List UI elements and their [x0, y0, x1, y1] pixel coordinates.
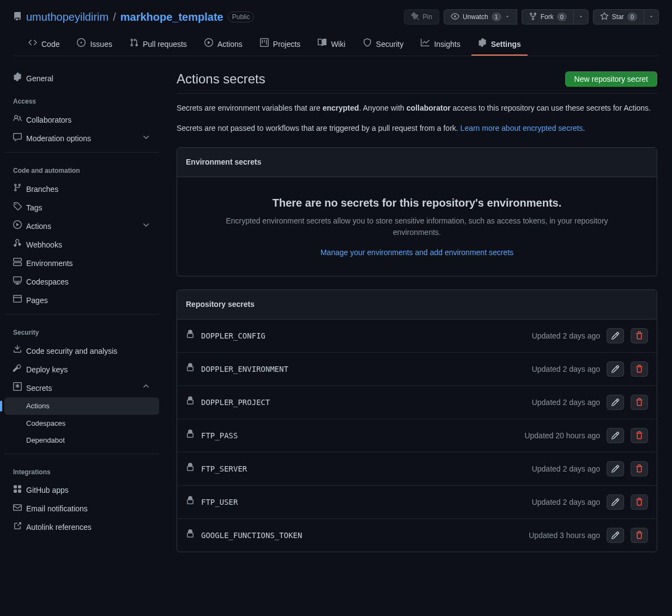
- tab-security[interactable]: Security: [356, 34, 410, 56]
- tab-wiki[interactable]: Wiki: [311, 34, 352, 56]
- sidebar-item-secrets-codespaces[interactable]: Codespaces: [4, 415, 159, 432]
- play-icon: [13, 220, 22, 232]
- delete-secret-button[interactable]: [631, 428, 648, 443]
- sidebar-item-moderation[interactable]: Moderation options: [4, 129, 159, 148]
- env-empty-title: There are no secrets for this repository…: [221, 195, 613, 211]
- tab-label: Security: [376, 39, 404, 50]
- edit-secret-button[interactable]: [607, 328, 624, 343]
- sidebar-item-secrets-actions[interactable]: Actions: [4, 397, 159, 415]
- sidebar-item-collaborators[interactable]: Collaborators: [4, 111, 159, 129]
- tab-insights[interactable]: Insights: [414, 34, 467, 56]
- sidebar-label: Dependabot: [26, 435, 65, 446]
- tab-code[interactable]: Code: [22, 34, 66, 56]
- gear-icon: [13, 73, 22, 84]
- secret-name: DOPPLER_CONFIG: [201, 330, 265, 342]
- sidebar-item-environments[interactable]: Environments: [4, 254, 159, 273]
- secret-name: FTP_PASS: [201, 430, 238, 442]
- fork-dropdown[interactable]: [574, 9, 589, 25]
- tab-label: Pull requests: [143, 39, 187, 50]
- sidebar-item-codespaces[interactable]: Codespaces: [4, 273, 159, 291]
- tab-label: Settings: [491, 39, 521, 50]
- secret-row: FTP_SERVER Updated 2 days ago: [177, 452, 657, 485]
- secret-name: DOPPLER_ENVIRONMENT: [201, 364, 288, 375]
- sidebar-item-webhooks[interactable]: Webhooks: [4, 235, 159, 254]
- secret-row: DOPPLER_PROJECT Updated 2 days ago: [177, 385, 657, 419]
- repo-sep: /: [113, 9, 116, 25]
- sidebar-label: Branches: [26, 184, 58, 195]
- new-secret-button[interactable]: New repository secret: [565, 71, 657, 87]
- sidebar-item-secrets[interactable]: Secrets: [4, 379, 159, 397]
- edit-secret-button[interactable]: [607, 395, 624, 410]
- tab-label: Projects: [273, 39, 301, 50]
- secret-row: DOPPLER_CONFIG Updated 2 days ago: [177, 319, 657, 352]
- pin-button[interactable]: Pin: [404, 9, 439, 25]
- delete-secret-button[interactable]: [631, 361, 648, 377]
- sidebar-item-general[interactable]: General: [4, 69, 159, 88]
- link-icon: [13, 522, 22, 534]
- fork-button[interactable]: Fork 0: [522, 9, 574, 25]
- lock-icon: [186, 463, 195, 475]
- star-dropdown[interactable]: [644, 9, 659, 25]
- unwatch-label: Unwatch: [463, 13, 488, 21]
- edit-secret-button[interactable]: [607, 494, 624, 510]
- repo-icon: [13, 9, 22, 25]
- tab-actions[interactable]: Actions: [198, 34, 249, 56]
- repo-name-link[interactable]: markhope_template: [120, 9, 223, 25]
- tab-issues[interactable]: Issues: [70, 34, 118, 56]
- tab-settings[interactable]: Settings: [471, 34, 528, 56]
- edit-secret-button[interactable]: [607, 461, 624, 476]
- delete-secret-button[interactable]: [631, 461, 648, 476]
- sidebar-item-email[interactable]: Email notifications: [4, 500, 159, 518]
- sidebar-item-branches[interactable]: Branches: [4, 180, 159, 198]
- edit-secret-button[interactable]: [607, 528, 624, 543]
- sidebar-label: General: [26, 73, 53, 84]
- secret-row: FTP_PASS Updated 20 hours ago: [177, 419, 657, 452]
- edit-secret-button[interactable]: [607, 428, 624, 443]
- tab-projects[interactable]: Projects: [253, 34, 307, 56]
- dropdown-icon: [578, 13, 584, 21]
- sidebar-item-autolink[interactable]: Autolink references: [4, 518, 159, 537]
- learn-more-link[interactable]: Learn more about encrypted secrets: [461, 124, 583, 132]
- tab-pulls[interactable]: Pull requests: [123, 34, 193, 56]
- secret-name: FTP_SERVER: [201, 463, 247, 475]
- delete-secret-button[interactable]: [631, 328, 648, 343]
- tag-icon: [13, 202, 22, 214]
- env-secrets-header: Environment secrets: [177, 148, 657, 177]
- asterisk-icon: [13, 382, 22, 394]
- watch-count: 1: [492, 13, 501, 21]
- codespace-icon: [13, 276, 22, 288]
- sidebar-item-ghapps[interactable]: GitHub apps: [4, 481, 159, 500]
- delete-secret-button[interactable]: [631, 494, 648, 510]
- sidebar-label: Moderation options: [26, 133, 91, 144]
- project-icon: [260, 38, 269, 50]
- chevron-up-icon: [142, 382, 150, 394]
- sidebar-label: Webhooks: [26, 239, 62, 251]
- pr-icon: [130, 38, 138, 50]
- sidebar-item-tags[interactable]: Tags: [4, 198, 159, 217]
- sidebar-label: Codespaces: [26, 418, 65, 429]
- key-icon: [13, 364, 22, 376]
- env-empty-desc: Encrypted environment secrets allow you …: [221, 215, 613, 238]
- sidebar-item-pages[interactable]: Pages: [4, 291, 159, 310]
- sidebar-item-actions[interactable]: Actions: [4, 217, 159, 235]
- sidebar-item-codesec[interactable]: Code security and analysis: [4, 342, 159, 360]
- manage-environments-link[interactable]: Manage your environments and add environ…: [320, 248, 513, 257]
- sidebar-heading-security: Security: [4, 319, 159, 342]
- book-icon: [318, 38, 326, 50]
- environment-secrets-panel: Environment secrets There are no secrets…: [177, 147, 657, 276]
- edit-secret-button[interactable]: [607, 361, 624, 377]
- sidebar-label: Pages: [26, 295, 48, 306]
- unwatch-button[interactable]: Unwatch 1: [444, 9, 517, 25]
- star-button[interactable]: Star 0: [593, 9, 644, 25]
- secret-updated: Updated 2 days ago: [532, 364, 600, 375]
- sidebar-item-deploykeys[interactable]: Deploy keys: [4, 360, 159, 379]
- sidebar-item-secrets-dependabot[interactable]: Dependabot: [4, 432, 159, 449]
- tab-label: Insights: [434, 39, 460, 50]
- delete-secret-button[interactable]: [631, 395, 648, 410]
- sidebar-label: Tags: [26, 202, 43, 214]
- delete-secret-button[interactable]: [631, 528, 648, 543]
- repo-owner-link[interactable]: umuthopeyildirim: [26, 9, 108, 25]
- people-icon: [13, 114, 22, 126]
- sidebar-heading-integrations: Integrations: [4, 458, 159, 481]
- repo-secrets-header: Repository secrets: [177, 290, 657, 319]
